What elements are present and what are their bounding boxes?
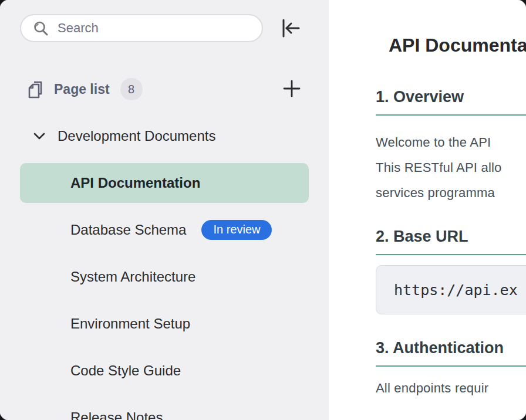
section-base-url: 2. Base URL https://api.ex <box>376 228 526 314</box>
section-authentication: 3. Authentication All endpoints requir <box>376 339 526 397</box>
app-window: Search Page list 8 <box>0 0 526 420</box>
page-item-label: System Architecture <box>70 269 195 285</box>
page-item-code-style-guide[interactable]: Code Style Guide <box>0 347 329 394</box>
overview-paragraph: Welcome to the API This RESTful API allo… <box>376 130 526 205</box>
plus-icon <box>282 79 301 98</box>
section-heading-overview: 1. Overview <box>376 88 526 116</box>
tree-folder-label: Development Documents <box>58 128 215 144</box>
tree-row: API Documentation <box>0 160 329 206</box>
page-item-database-schema[interactable]: Database Schema In review <box>0 206 329 253</box>
search-placeholder: Search <box>58 21 99 36</box>
page-item-api-documentation[interactable]: API Documentation <box>20 163 309 203</box>
sidebar: Search Page list 8 <box>0 0 329 420</box>
search-icon <box>33 21 49 36</box>
page-item-label: Release Notes <box>70 409 163 420</box>
paragraph-line: Welcome to the API <box>376 130 526 155</box>
page-list-label: Page list <box>54 82 110 97</box>
code-text: https://api.ex <box>394 282 518 299</box>
collapse-sidebar-icon <box>279 17 301 39</box>
page-item-label: API Documentation <box>70 175 200 191</box>
collapse-sidebar-button[interactable] <box>277 15 303 41</box>
code-block-base-url: https://api.ex <box>376 265 526 314</box>
search-input[interactable]: Search <box>20 14 263 42</box>
paragraph-line: services programma <box>376 180 526 205</box>
page-count-badge: 8 <box>120 78 143 100</box>
tree-folder-development-documents[interactable]: Development Documents <box>0 113 329 160</box>
page-item-release-notes[interactable]: Release Notes <box>0 394 329 420</box>
document-content: API Documentation 1. Overview Welcome to… <box>329 0 526 420</box>
page-tree: Development Documents API Documentation … <box>0 113 329 420</box>
page-item-environment-setup[interactable]: Environment Setup <box>0 300 329 347</box>
section-heading-authentication: 3. Authentication <box>376 339 526 367</box>
status-badge-in-review: In review <box>201 220 272 240</box>
search-row: Search <box>20 14 329 42</box>
page-item-label: Environment Setup <box>70 316 190 332</box>
paragraph-line: This RESTful API allo <box>376 155 526 180</box>
document-header: API Documentation <box>379 26 526 65</box>
page-item-label: Code Style Guide <box>70 363 181 379</box>
page-list-header: Page list 8 <box>27 76 302 102</box>
paragraph-line: All endpoints requir <box>376 381 488 395</box>
authentication-paragraph: All endpoints requir <box>376 380 526 397</box>
pages-icon <box>27 80 45 99</box>
page-item-label: Database Schema <box>70 222 186 238</box>
page-title: API Documentation <box>389 35 526 56</box>
section-heading-base-url: 2. Base URL <box>376 228 526 255</box>
page-item-system-architecture[interactable]: System Architecture <box>0 253 329 300</box>
add-page-button[interactable] <box>282 79 302 99</box>
chevron-down-icon <box>32 129 46 143</box>
section-overview: 1. Overview Welcome to the API This REST… <box>376 88 526 205</box>
